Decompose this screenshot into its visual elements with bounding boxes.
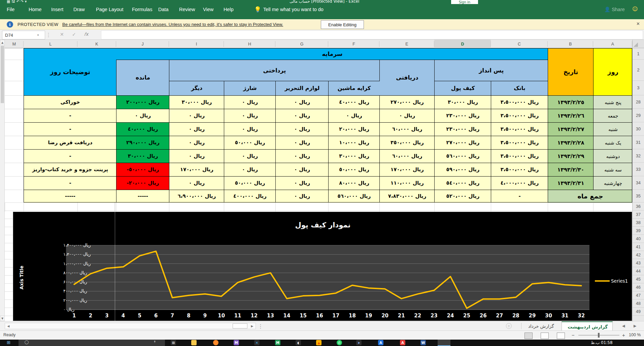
sheet-tab-khordad[interactable]: گزارش خرداد [523, 321, 559, 331]
cell-digar-row32[interactable]: ریال ٠ [169, 149, 224, 163]
cell-total-label[interactable]: جمع ماه [548, 190, 633, 203]
cell-kif-row31[interactable]: ریال ٢٧٠،٠٠٠ [434, 136, 491, 150]
cell-daryafti-row28[interactable]: ریال ٢٧٠،٠٠٠ [379, 95, 435, 109]
cell-digar-row28[interactable]: ریال ٣٠،٠٠٠ [169, 95, 224, 109]
task-view-icon[interactable]: ⊞ [171, 340, 176, 345]
ribbon-tab-insert[interactable]: Insert [51, 7, 63, 12]
row-header-34[interactable]: 34 [633, 176, 644, 190]
tab-nav-right-icon[interactable]: ▶ [634, 324, 636, 328]
ribbon-tab-file[interactable]: File [7, 7, 14, 12]
row-header-36[interactable]: 36 [633, 202, 644, 211]
whatsapp-icon[interactable]: ✆ [337, 340, 342, 345]
edge-pointer-icon[interactable]: ➤ [356, 340, 362, 345]
header-bank[interactable]: بانک [491, 81, 548, 96]
column-header-G[interactable]: G [275, 40, 328, 48]
scroll-up-icon[interactable]: ▲ [0, 40, 5, 45]
cell-lavazem-row30[interactable]: ریال ٠ [275, 122, 329, 136]
namebox-splitter[interactable]: ⋮ [46, 32, 51, 38]
column-header-C[interactable]: C [491, 40, 548, 48]
cell-lavazem-row31[interactable]: ریال ٠ [275, 136, 329, 150]
cell-kif-row32[interactable]: ریال ٥٦٠،٠٠٠ [434, 149, 491, 163]
row-header-39[interactable]: 39 [633, 227, 644, 235]
cell-digar-row34[interactable]: ریال ٠ [169, 176, 224, 190]
cell-keraye-row29[interactable]: ریال ٠ [328, 109, 380, 123]
new-sheet-icon[interactable]: + [506, 323, 512, 329]
cell-kif-row30[interactable]: ریال ٢٣٠،٠٠٠ [434, 122, 491, 136]
header-kif[interactable]: کیف پول [434, 81, 491, 96]
cell-sharj-row34[interactable]: ریال ٥٠،٠٠٠ [224, 176, 276, 190]
row-header-47[interactable]: 47 [633, 291, 644, 300]
cell-date-row28[interactable]: ١٣٩٣/٢/٢٥ [548, 95, 594, 109]
row-header-31[interactable]: 31 [633, 136, 644, 149]
row-header-42[interactable]: 42 [633, 251, 644, 259]
search-pin-icon[interactable]: 🖈 [153, 340, 157, 344]
cell-sharj-total[interactable]: ریال ٤٠٠،٠٠٠ [224, 190, 276, 203]
cell-desc-row29[interactable]: - [24, 109, 116, 123]
zoom-slider-thumb[interactable] [598, 333, 600, 338]
page-layout-view-icon[interactable] [541, 333, 549, 339]
formula-input[interactable] [101, 30, 643, 39]
cell-lavazem-row32[interactable]: ریال ٠ [275, 149, 329, 163]
axis-title[interactable]: Axis Title [19, 266, 24, 290]
vertical-scroll-thumb[interactable] [1, 46, 4, 103]
ribbon-tab-view[interactable]: View [203, 7, 213, 12]
insert-function-icon[interactable]: 𝑓x [84, 31, 89, 37]
header-pasandaz[interactable]: پس انداز [434, 60, 548, 81]
cell-keraye-row31[interactable]: ریال ١٠،٠٠٠ [328, 136, 380, 150]
cell-lavazem-row33[interactable]: ریال ٠ [275, 163, 329, 177]
row-header-45[interactable]: 45 [633, 275, 644, 283]
row-header-40[interactable]: 40 [633, 235, 644, 243]
cell-keraye-row28[interactable]: ریال ٤٠،٠٠٠ [328, 95, 380, 109]
horizontal-scroll-thumb[interactable] [233, 323, 247, 328]
scroll-down-icon[interactable]: ▼ [0, 316, 5, 321]
cell-bank-row33[interactable]: ریال ٣،٥٠٠،٠٠٠ [491, 163, 548, 177]
cell-kif-row29[interactable]: ریال ٢٣٠،٠٠٠ [434, 109, 491, 123]
cell-daryafti-row32[interactable]: ریال ٦٠،٠٠٠ [379, 149, 435, 163]
cell-sharj-row29[interactable]: ریال ٠ [224, 109, 276, 123]
cell-bank-row28[interactable]: ریال ٣،٥٠٠،٠٠٠ [491, 95, 548, 109]
ribbon-tab-page-layout[interactable]: Page Layout [96, 7, 123, 12]
cell-kif-row33[interactable]: ریال ٥٩٠،٠٠٠ [434, 163, 491, 177]
cell-bank-row30[interactable]: ریال ٣،٥٠٠،٠٠٠ [491, 122, 548, 136]
cell-lavazem-row34[interactable]: ریال ٠ [275, 176, 329, 190]
header-lavazem[interactable]: لوازم التحریر [275, 81, 329, 96]
row-header-48[interactable]: 48 [633, 300, 644, 308]
column-header-M[interactable]: M [5, 40, 24, 48]
cortana-icon[interactable]: ◯ [25, 340, 29, 344]
cell-sharj-row30[interactable]: ریال ٠ [224, 122, 276, 136]
cell-day-row32[interactable]: دوشنبه [593, 149, 633, 163]
start-button-icon[interactable]: ⊞ [7, 340, 10, 345]
normal-view-icon[interactable] [524, 333, 533, 339]
ribbon-tab-review[interactable]: Review [179, 7, 195, 12]
word-icon[interactable]: W [420, 340, 426, 345]
column-header-D[interactable]: D [434, 40, 491, 49]
cell-sharj-row28[interactable]: ریال ٠ [224, 95, 276, 109]
row-header-38[interactable]: 38 [633, 219, 644, 227]
column-header-E[interactable]: E [379, 40, 434, 48]
cell-daryafti-row30[interactable]: ریال ٦٠،٠٠٠ [379, 122, 435, 136]
firefox-icon[interactable] [213, 340, 218, 345]
header-digar[interactable]: دیگر [169, 81, 224, 96]
row-header-32[interactable]: 32 [633, 149, 644, 163]
cell-date-row29[interactable]: ١٣٩٣/٢/٢٦ [548, 109, 594, 123]
cell-day-row34[interactable]: چهارشنبه [593, 176, 633, 190]
cell-digar-row33[interactable]: ریال ١٧٠،٠٠٠ [169, 163, 224, 177]
header-rooz[interactable]: روز [593, 48, 633, 96]
file-explorer-icon[interactable] [191, 340, 197, 345]
select-all-corner[interactable] [633, 40, 644, 48]
cell-balance-row33[interactable]: ریال ٥٠،٠٠٠- [116, 163, 169, 177]
cell-lavazem-total[interactable]: ریال ٠ [275, 190, 329, 203]
cell-bank-total[interactable]: - [491, 190, 548, 203]
cell-date-row34[interactable]: ١٣٩٣/٢/٣١ [548, 176, 594, 190]
banner-close-icon[interactable]: ✕ [636, 21, 640, 26]
cell-desc-total[interactable]: ----- [24, 190, 116, 203]
hscroll-left-icon[interactable]: ◀ [5, 323, 12, 329]
cell-digar-row31[interactable]: ریال ٠ [169, 136, 224, 150]
column-header-A[interactable]: A [593, 40, 632, 48]
red-a-app-icon[interactable]: A [400, 340, 405, 345]
cell-keraye-row34[interactable]: ریال ٨٠،٠٠٠ [328, 176, 380, 190]
header-pardakhti[interactable]: پرداختی [169, 60, 380, 81]
cell-bank-row29[interactable]: ریال ٣،٥٠٠،٠٠٠ [491, 109, 548, 123]
cell-date-row31[interactable]: ١٣٩٣/٢/٢٨ [548, 136, 594, 150]
cell-digar-total[interactable]: ریال ٦،٩٠٠،٠٠٠ [169, 190, 224, 203]
